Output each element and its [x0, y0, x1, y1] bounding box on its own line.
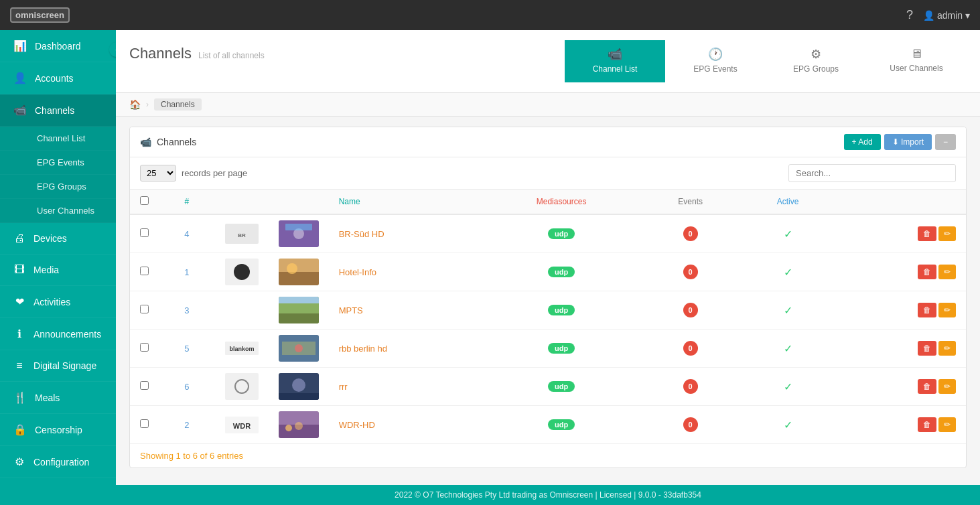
delete-button[interactable]: 🗑 [918, 341, 936, 356]
collapse-button[interactable]: − [935, 134, 956, 150]
edit-button[interactable]: ✏ [938, 226, 956, 241]
row-mediasource: udp [482, 368, 640, 406]
thumb-svg [279, 373, 319, 400]
svg-point-27 [285, 425, 292, 431]
tab-epg-groups-label: EPG Groups [793, 64, 839, 74]
row-mediasource: udp [482, 406, 640, 444]
edit-button[interactable]: ✏ [938, 303, 956, 317]
tab-channel-list-icon: 📹 [608, 47, 622, 62]
sidebar-item-activities[interactable]: ❤ Activities [0, 286, 116, 318]
row-logo [215, 291, 269, 330]
tab-epg-events[interactable]: 🕐 EPG Events [665, 40, 766, 82]
announcements-icon: ℹ [13, 328, 25, 340]
sidebar-item-channels[interactable]: 📹 Channels [0, 94, 116, 127]
row-checkbox[interactable] [140, 267, 149, 275]
search-input[interactable] [788, 164, 956, 182]
channel-name-link[interactable]: WDR-HD [339, 420, 375, 430]
submenu-epg-groups[interactable]: EPG Groups [0, 175, 116, 199]
col-num[interactable]: # [159, 190, 215, 214]
col-thumb [269, 190, 329, 214]
add-button[interactable]: + Add [844, 134, 881, 150]
user-menu[interactable]: 👤 admin ▾ [923, 10, 970, 21]
svg-rect-8 [279, 272, 319, 285]
help-icon[interactable]: ? [906, 8, 913, 22]
svg-rect-12 [279, 297, 319, 303]
row-name: MPTS [329, 291, 483, 330]
sidebar-item-devices[interactable]: 🖨 Devices [0, 223, 116, 255]
records-per-page-select[interactable]: 10 25 50 100 [140, 165, 176, 182]
main-content: 📹 Channels + Add ⬇ Import − 10 25 [116, 117, 980, 485]
channel-logo-img [225, 297, 259, 323]
delete-button[interactable]: 🗑 [918, 379, 936, 394]
edit-button[interactable]: ✏ [938, 417, 956, 432]
svg-point-22 [292, 378, 305, 392]
import-button[interactable]: ⬇ Import [884, 134, 932, 150]
events-badge: 0 [683, 265, 698, 279]
col-actions [835, 190, 966, 214]
row-checkbox[interactable] [140, 381, 149, 390]
col-events: Events [640, 190, 741, 214]
thumb-svg [279, 411, 319, 438]
channel-name-link[interactable]: MPTS [339, 305, 363, 315]
row-checkbox[interactable] [140, 343, 149, 352]
tab-user-channels[interactable]: 🖥 User Channels [866, 40, 967, 82]
tab-channel-list[interactable]: 📹 Channel List [565, 40, 665, 82]
row-checkbox[interactable] [140, 419, 149, 428]
table-row: 5 blankom [130, 330, 966, 368]
row-actions: 🗑 ✏ [835, 406, 966, 444]
table-controls: 10 25 50 100 records per page [130, 157, 966, 190]
mediasource-badge: udp [548, 381, 575, 392]
row-name: BR-Süd HD [329, 214, 483, 253]
sidebar-item-configuration[interactable]: ⚙ Configuration [0, 446, 116, 478]
sidebar: ‹ 📊 Dashboard 👤 Accounts 📹 Channels Chan… [0, 30, 116, 505]
submenu-user-channels[interactable]: User Channels [0, 199, 116, 223]
channel-thumbnail [279, 220, 319, 247]
edit-button[interactable]: ✏ [938, 379, 956, 394]
row-checkbox[interactable] [140, 228, 149, 237]
channel-name-link[interactable]: rrr [339, 382, 348, 392]
select-all-checkbox[interactable] [140, 196, 149, 205]
row-num: 2 [159, 406, 215, 444]
sidebar-item-accounts[interactable]: 👤 Accounts [0, 62, 116, 94]
channel-name-link[interactable]: rbb berlin hd [339, 344, 387, 354]
row-thumb [269, 253, 329, 291]
section-header: 📹 Channels + Add ⬇ Import − [130, 127, 966, 157]
sidebar-item-announcements[interactable]: ℹ Announcements [0, 318, 116, 350]
channel-name-link[interactable]: Hotel-Info [339, 267, 376, 277]
sidebar-label-dashboard: Dashboard [35, 41, 81, 52]
sidebar-item-media[interactable]: 🎞 Media [0, 255, 116, 286]
sidebar-item-dashboard[interactable]: 📊 Dashboard [0, 30, 116, 62]
col-mediasources: Mediasources [482, 190, 640, 214]
breadcrumb-home-icon[interactable]: 🏠 [129, 99, 141, 110]
active-check-icon: ✓ [784, 343, 792, 354]
delete-button[interactable]: 🗑 [918, 265, 936, 279]
showing-info: Showing 1 to 6 of 6 entries [130, 444, 966, 467]
admin-label[interactable]: admin ▾ [937, 10, 970, 21]
sidebar-item-censorship[interactable]: 🔒 Censorship [0, 414, 116, 446]
logo-svg: WDR [225, 417, 259, 433]
footer-text: 2022 © O7 Technologies Pty Ltd trading a… [395, 490, 701, 500]
row-active: ✓ [741, 406, 835, 444]
delete-button[interactable]: 🗑 [918, 226, 936, 241]
sidebar-item-digital-signage[interactable]: ≡ Digital Signage [0, 350, 116, 382]
submenu-epg-events[interactable]: EPG Events [0, 151, 116, 175]
media-icon: 🎞 [13, 264, 25, 276]
sidebar-item-meals[interactable]: 🍴 Meals [0, 382, 116, 414]
row-logo: BR [215, 214, 269, 253]
censorship-icon: 🔒 [13, 423, 27, 436]
submenu-label-user-channels: User Channels [37, 206, 94, 216]
activities-icon: ❤ [13, 295, 25, 308]
channel-name-link[interactable]: BR-Süd HD [339, 229, 384, 239]
delete-button[interactable]: 🗑 [918, 303, 936, 317]
tab-epg-groups[interactable]: ⚙ EPG Groups [766, 40, 866, 82]
edit-button[interactable]: ✏ [938, 265, 956, 279]
row-num: 3 [159, 291, 215, 330]
col-name[interactable]: Name [329, 190, 483, 214]
row-actions: 🗑 ✏ [835, 330, 966, 368]
submenu-channel-list[interactable]: Channel List [0, 127, 116, 151]
row-checkbox[interactable] [140, 305, 149, 313]
table-row: 3 [130, 291, 966, 330]
delete-button[interactable]: 🗑 [918, 417, 936, 432]
sidebar-label-censorship: Censorship [35, 425, 82, 435]
edit-button[interactable]: ✏ [938, 341, 956, 356]
